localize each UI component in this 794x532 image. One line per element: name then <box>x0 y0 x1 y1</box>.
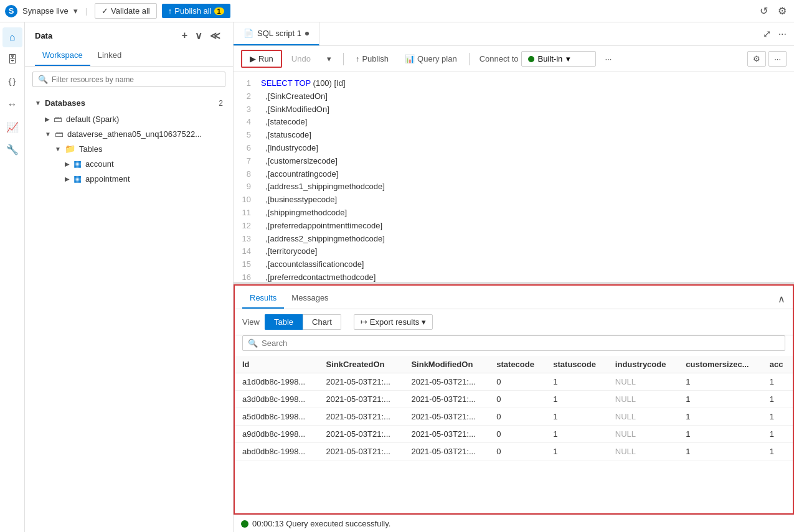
query-plan-label: Query plan <box>417 54 457 63</box>
expand-arrow: ▼ <box>55 146 61 152</box>
table-cell: 1 <box>546 373 608 391</box>
sql-script-icon: 📄 <box>243 29 253 38</box>
sidebar-title: Data <box>35 31 52 40</box>
chart-view-button[interactable]: Chart <box>303 314 341 330</box>
table-cell: 0 <box>489 408 546 426</box>
publish-icon: ↑ <box>168 6 173 16</box>
table-cell: abd0db8c-1998... <box>235 443 319 460</box>
nav-data[interactable]: 🗄 <box>2 50 22 70</box>
code-line: 4 ,[statecode] <box>234 116 794 129</box>
publish-all-button[interactable]: ↑ Publish all 1 <box>162 4 230 18</box>
messages-tab[interactable]: Messages <box>284 289 336 309</box>
validate-all-button[interactable]: ✓ Validate all <box>95 3 157 19</box>
sidebar: Data + ∨ ≪ Workspace Linked 🔍 ▼ Database… <box>25 22 234 532</box>
tree-item-tables[interactable]: ▼ 📁 Tables <box>25 141 233 156</box>
table-cell: NULL <box>608 426 679 443</box>
publish-button[interactable]: ↑ Publish <box>349 50 395 67</box>
code-line: 7 ,[customersizecode] <box>234 155 794 168</box>
maximize-button[interactable]: ⤢ <box>760 26 773 42</box>
undo-dropdown-button[interactable]: ▾ <box>320 50 338 67</box>
col-statuscode: statuscode <box>546 356 608 373</box>
unsaved-dot <box>305 32 309 35</box>
table-view-button[interactable]: Table <box>265 314 303 330</box>
editor-area: 1 SELECT TOP (100) [Id] 2 ,[SinkCreatedO… <box>234 72 794 515</box>
table-cell: 1 <box>678 408 762 426</box>
results-search-box[interactable]: 🔍 <box>242 335 785 351</box>
results-table: Id SinkCreatedOn SinkModifiedOn statecod… <box>235 356 793 460</box>
undo-label: Undo <box>291 54 311 63</box>
separator: | <box>85 6 87 16</box>
top-bar: S Synapse live ▾ | ✓ Validate all ↑ Publ… <box>0 0 794 22</box>
tree-item-appointment[interactable]: ▶ ▦ appointment <box>25 171 233 186</box>
results-tab[interactable]: Results <box>242 289 284 309</box>
nav-manage[interactable]: 🔧 <box>2 139 22 159</box>
code-line: 11 ,[shippingmethodcode] <box>234 207 794 220</box>
nav-develop[interactable]: {} <box>2 72 22 92</box>
sidebar-tree: ▼ Databases 2 ▶ 🗃 default (Spark) ▼ 🗃 da… <box>25 92 233 532</box>
sql-script-tab[interactable]: 📄 SQL script 1 <box>234 22 319 45</box>
search-input[interactable] <box>52 75 220 84</box>
databases-section-header[interactable]: ▼ Databases 2 <box>25 95 233 111</box>
table-cell: 1 <box>762 426 793 443</box>
connect-to-dropdown[interactable]: Built-in ▾ <box>521 51 596 67</box>
table-row: abd0db8c-1998...2021-05-03T21:...2021-05… <box>235 443 793 460</box>
search-icon: 🔍 <box>248 338 258 348</box>
table-cell: 2021-05-03T21:... <box>404 391 489 408</box>
code-line: 14 ,[territorycode] <box>234 245 794 258</box>
code-line: 13 ,[address2_shippingmethodcode] <box>234 233 794 246</box>
tab-workspace[interactable]: Workspace <box>35 47 90 66</box>
refresh-button[interactable]: ↺ <box>757 2 770 19</box>
tree-item-dataverse[interactable]: ▼ 🗃 dataverse_athena05_unq10637522... <box>25 126 233 141</box>
table-cell: 1 <box>762 443 793 460</box>
collapse-icon[interactable]: ∨ <box>192 29 205 43</box>
export-results-button[interactable]: ↦ Export results ▾ <box>354 314 433 330</box>
tree-item-account[interactable]: ▶ ▦ account <box>25 156 233 171</box>
collapse-results-button[interactable]: ∧ <box>778 293 785 305</box>
undo-button[interactable]: Undo <box>285 50 318 67</box>
col-industrycode: industrycode <box>608 356 679 373</box>
tab-more-button[interactable]: ··· <box>776 26 789 42</box>
col-statecode: statecode <box>489 356 546 373</box>
tab-linked[interactable]: Linked <box>90 47 129 66</box>
run-button[interactable]: ▶ Run <box>241 50 282 68</box>
code-editor[interactable]: 1 SELECT TOP (100) [Id] 2 ,[SinkCreatedO… <box>234 72 794 282</box>
db-icon: 🗃 <box>55 129 64 139</box>
nav-home[interactable]: ⌂ <box>2 27 22 47</box>
table-cell: 2021-05-03T21:... <box>319 408 404 426</box>
settings-button[interactable]: ⚙ <box>775 2 789 19</box>
table-cell: NULL <box>608 443 679 460</box>
more-button[interactable]: ··· <box>598 50 619 67</box>
connect-to-label: Connect to <box>480 54 519 63</box>
status-bar: 00:00:13 Query executed successfully. <box>234 515 794 532</box>
instance-dropdown[interactable]: ▾ <box>73 6 78 16</box>
check-icon: ✓ <box>102 6 108 16</box>
editor-toolbar: ▶ Run Undo ▾ ↑ Publish 📊 Query plan Conn… <box>234 46 794 72</box>
query-plan-button[interactable]: 📊 Query plan <box>398 50 464 67</box>
nav-integrate[interactable]: ↔ <box>2 95 22 114</box>
table-cell: 2021-05-03T21:... <box>404 408 489 426</box>
table-cell: 1 <box>546 443 608 460</box>
publish-icon: ↑ <box>356 54 360 63</box>
table-cell: 0 <box>489 443 546 460</box>
sidebar-close-icon[interactable]: ≪ <box>207 29 223 43</box>
sidebar-search-box[interactable]: 🔍 <box>32 72 225 87</box>
results-search-input[interactable] <box>262 338 780 348</box>
code-line: 5 ,[statuscode] <box>234 129 794 142</box>
table-cell: NULL <box>608 408 679 426</box>
table-cell: a3d0db8c-1998... <box>235 391 319 408</box>
add-icon[interactable]: + <box>179 29 190 43</box>
table-cell: 1 <box>546 426 608 443</box>
table-cell: 1 <box>678 391 762 408</box>
main-layout: ⌂ 🗄 {} ↔ 📈 🔧 Data + ∨ ≪ Workspace Linked… <box>0 22 794 532</box>
results-table-wrap[interactable]: Id SinkCreatedOn SinkModifiedOn statecod… <box>235 356 793 513</box>
tree-item-default-spark[interactable]: ▶ 🗃 default (Spark) <box>25 111 233 126</box>
table-cell: 2021-05-03T21:... <box>319 391 404 408</box>
filter-button[interactable]: ⚙ <box>747 51 766 67</box>
table-row: a9d0db8c-1998...2021-05-03T21:...2021-05… <box>235 426 793 443</box>
table-row: a1d0db8c-1998...2021-05-03T21:...2021-05… <box>235 373 793 391</box>
table-cell: 1 <box>762 373 793 391</box>
expand-arrow: ▶ <box>65 175 70 182</box>
nav-monitor[interactable]: 📈 <box>2 117 22 137</box>
toolbar-more-button[interactable]: ··· <box>768 51 787 67</box>
logo-text: S <box>9 6 14 16</box>
